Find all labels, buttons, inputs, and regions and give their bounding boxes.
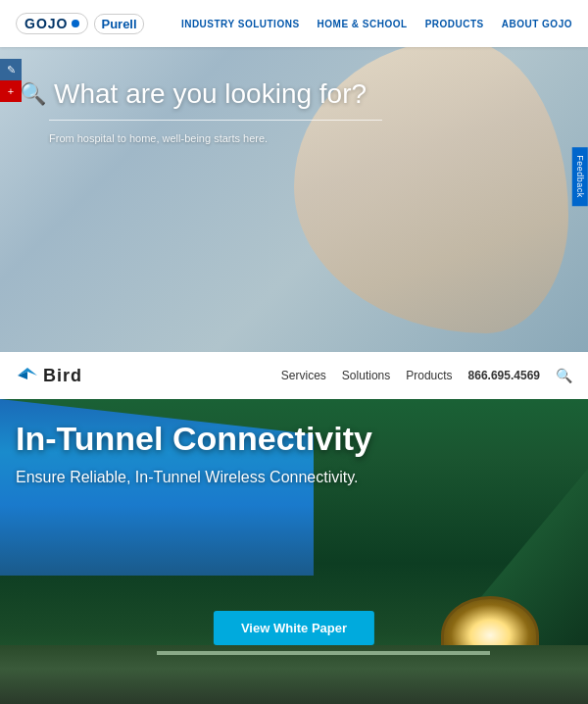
gojo-logo[interactable]: GOJO <box>16 13 88 34</box>
nav-home-school[interactable]: HOME & SCHOOL <box>318 19 408 29</box>
purell-logo[interactable]: Purell <box>94 14 143 34</box>
nav-products[interactable]: PRODUCTS <box>425 19 484 29</box>
bird-logo-text: Bird <box>43 366 82 386</box>
gojo-nav-links: INDUSTRY SOLUTIONS HOME & SCHOOL PRODUCT… <box>144 19 572 29</box>
side-icon-add[interactable]: + <box>0 80 22 102</box>
search-underline <box>49 120 382 121</box>
bird-subheadline: Ensure Reliable, In-Tunnel Wireless Conn… <box>16 469 372 486</box>
gojo-side-icons: ✎ + <box>0 59 22 102</box>
gojo-navbar: GOJO Purell INDUSTRY SOLUTIONS HOME & SC… <box>0 0 588 47</box>
bird-headline: In-Tunnel Connectivity <box>16 419 372 459</box>
search-icon[interactable]: 🔍 <box>556 368 572 383</box>
bird-nav-links: Services Solutions Products 866.695.4569… <box>82 368 572 383</box>
nav-about-gojo[interactable]: ABOUT GOJO <box>502 19 572 29</box>
bird-guardrail <box>157 651 490 655</box>
bird-navbar: Bird Services Solutions Products 866.695… <box>0 352 588 399</box>
gojo-hero-content: 🔍 What are you looking for? From hospita… <box>20 78 382 144</box>
bird-section: Bird Services Solutions Products 866.695… <box>0 352 588 704</box>
bird-nav-products[interactable]: Products <box>406 369 452 382</box>
gojo-logos: GOJO Purell <box>16 13 144 34</box>
bird-nav-phone: 866.695.4569 <box>468 369 540 382</box>
search-icon: 🔍 <box>20 81 46 107</box>
gojo-section: GOJO Purell INDUSTRY SOLUTIONS HOME & SC… <box>0 0 588 352</box>
bird-logo-icon <box>16 364 39 387</box>
view-white-paper-button[interactable]: View White Paper <box>214 611 374 645</box>
gojo-search-bar[interactable]: 🔍 What are you looking for? <box>20 78 382 110</box>
logo-dot <box>72 20 79 27</box>
bird-nav-services[interactable]: Services <box>281 369 326 382</box>
gojo-search-label: What are you looking for? <box>54 78 367 110</box>
side-icon-edit[interactable]: ✎ <box>0 59 22 80</box>
nav-industry-solutions[interactable]: INDUSTRY SOLUTIONS <box>181 19 300 29</box>
gojo-tagline: From hospital to home, well-being starts… <box>49 132 382 144</box>
bird-logo[interactable]: Bird <box>16 364 82 387</box>
bird-nav-solutions[interactable]: Solutions <box>342 369 390 382</box>
feedback-tab[interactable]: Feedback <box>572 147 588 206</box>
bird-hero-content: In-Tunnel Connectivity Ensure Reliable, … <box>16 419 372 506</box>
